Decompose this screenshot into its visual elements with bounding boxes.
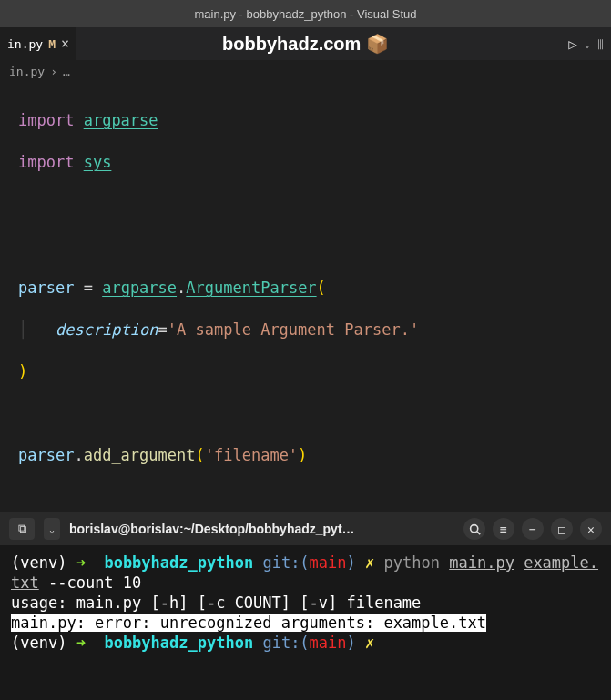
svg-line-1 — [476, 531, 479, 533]
search-icon[interactable] — [463, 518, 485, 540]
breadcrumb-separator: › — [50, 65, 57, 78]
terminal-venv: (venv) — [11, 553, 66, 572]
code-line: │ description='A sample Argument Parser.… — [18, 320, 593, 340]
terminal-panel: ⧉ ⌄ borislav@borislav:~/Desktop/bobbyhad… — [0, 512, 611, 700]
close-tab-icon[interactable]: × — [61, 36, 69, 52]
run-icon[interactable]: ▷ — [568, 36, 577, 53]
tab-main-py[interactable]: in.py M × — [0, 27, 76, 60]
watermark: bobbyhadz.com 📦 — [222, 33, 389, 55]
code-line: import sys — [18, 152, 593, 173]
terminal-cmd-rest: --count 10 — [39, 573, 142, 592]
terminal-git-close: ) — [347, 553, 356, 572]
terminal-git-open: git:( — [262, 553, 309, 572]
breadcrumb-more: … — [63, 65, 70, 78]
tab-bar: in.py M × bobbyhadz.com 📦 ▷ ⌄ ⫴ — [0, 27, 611, 60]
terminal-git-open: git:( — [262, 634, 309, 652]
svg-point-0 — [470, 524, 477, 532]
terminal-arrow: ➜ — [76, 553, 86, 572]
breadcrumb-file: in.py — [9, 65, 45, 78]
title-bar: main.py - bobbyhadz_python - Visual Stud — [0, 0, 611, 27]
menu-icon[interactable]: ≡ — [493, 518, 514, 540]
code-line: parser.add_argument('filename') — [18, 445, 593, 466]
window-title: main.py - bobbyhadz_python - Visual Stud — [194, 7, 416, 21]
terminal-new-tab-icon[interactable]: ⧉ — [9, 518, 35, 540]
terminal-header: ⧉ ⌄ borislav@borislav:~/Desktop/bobbyhad… — [0, 512, 611, 545]
terminal-cwd: bobbyhadz_python — [104, 634, 253, 652]
tab-label: in.py — [7, 37, 43, 51]
run-dropdown-icon[interactable]: ⌄ — [585, 39, 590, 49]
minimize-icon[interactable]: − — [522, 518, 544, 540]
code-line: import argparse — [18, 110, 593, 131]
terminal-cmd: python — [384, 553, 440, 572]
maximize-icon[interactable]: □ — [551, 518, 573, 540]
terminal-git-close: ) — [347, 634, 356, 652]
terminal-cwd: bobbyhadz_python — [104, 553, 253, 572]
code-line — [18, 236, 593, 257]
terminal-branch: main — [310, 634, 347, 652]
terminal-cmd-file: main.py — [449, 553, 514, 572]
terminal-body[interactable]: (venv) ➜ bobbyhadz_python git:(main) ✗ p… — [0, 545, 611, 700]
code-line — [18, 194, 593, 215]
terminal-branch: main — [310, 553, 347, 572]
terminal-venv: (venv) — [11, 634, 66, 652]
terminal-title: borislav@borislav:~/Desktop/bobbyhadz_py… — [69, 522, 454, 536]
code-line: ) — [18, 361, 593, 382]
code-line: parser = argparse.ArgumentParser( — [18, 278, 593, 299]
close-terminal-icon[interactable]: ✕ — [580, 518, 602, 540]
modified-badge: M — [48, 37, 56, 51]
terminal-error-line: main.py: error: unrecognized arguments: … — [11, 614, 486, 632]
terminal-arrow: ➜ — [76, 634, 86, 652]
code-line — [18, 487, 593, 508]
terminal-dirty-icon: ✗ — [365, 553, 374, 572]
code-line — [18, 403, 593, 424]
run-controls: ▷ ⌄ ⫴ — [568, 36, 604, 53]
breadcrumb[interactable]: in.py › … — [0, 60, 611, 82]
terminal-dirty-icon: ✗ — [365, 634, 374, 652]
split-editor-icon[interactable]: ⫴ — [597, 36, 604, 53]
terminal-dropdown-icon[interactable]: ⌄ — [44, 518, 60, 540]
terminal-usage-line: usage: main.py [-h] [-c COUNT] [-v] file… — [11, 593, 421, 612]
